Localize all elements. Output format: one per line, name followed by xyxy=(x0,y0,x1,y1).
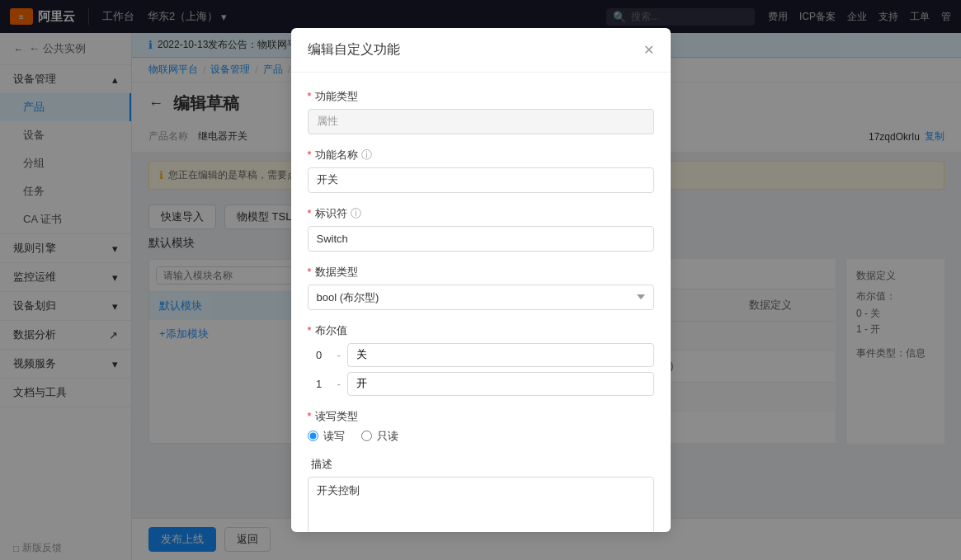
bool-values-group: 0 - 1 - xyxy=(308,343,654,396)
bool-values-label: 布尔值 xyxy=(308,323,654,338)
radio-rw-input[interactable] xyxy=(308,431,318,441)
identifier-label: 标识符 ⓘ xyxy=(308,206,654,221)
bool-row-0: 0 - xyxy=(308,343,654,367)
radio-readonly[interactable]: 只读 xyxy=(361,429,398,444)
form-item-identifier: 标识符 ⓘ xyxy=(308,206,654,252)
function-type-input xyxy=(308,109,654,134)
identifier-input[interactable] xyxy=(308,226,654,252)
data-type-select[interactable]: bool (布尔型) int32 float double enum text … xyxy=(308,285,654,310)
form-item-bool-values: 布尔值 0 - 1 - xyxy=(308,323,654,396)
form-item-rw-type: 读写类型 读写 只读 xyxy=(308,409,654,444)
dialog-close-button[interactable]: ✕ xyxy=(643,42,654,58)
edit-feature-dialog: 编辑自定义功能 ✕ 功能类型 功能名称 ⓘ 标识符 ⓘ xyxy=(291,28,671,532)
form-item-data-type: 数据类型 bool (布尔型) int32 float double enum … xyxy=(308,265,654,310)
rw-type-label: 读写类型 xyxy=(308,409,654,424)
data-type-label: 数据类型 xyxy=(308,265,654,280)
form-item-function-name: 功能名称 ⓘ xyxy=(308,148,654,193)
function-name-label: 功能名称 ⓘ xyxy=(308,148,654,162)
dialog-header: 编辑自定义功能 ✕ xyxy=(291,28,671,73)
dialog-body: 功能类型 功能名称 ⓘ 标识符 ⓘ 数据类型 xyxy=(291,73,671,532)
identifier-help-icon: ⓘ xyxy=(351,206,361,221)
radio-readonly-input[interactable] xyxy=(361,431,372,441)
function-name-help-icon: ⓘ xyxy=(361,148,372,162)
function-name-input[interactable] xyxy=(308,167,654,193)
description-label: 描述 xyxy=(308,457,654,472)
bool-index-1: 1 xyxy=(308,378,331,390)
bool-input-0[interactable] xyxy=(347,343,654,367)
bool-input-1[interactable] xyxy=(347,372,654,396)
description-textarea[interactable]: 开关控制 xyxy=(308,477,654,532)
form-item-function-type: 功能类型 xyxy=(308,89,654,134)
bool-index-0: 0 xyxy=(308,349,331,361)
bool-row-1: 1 - xyxy=(308,372,654,396)
rw-type-radio-group: 读写 只读 xyxy=(308,429,654,444)
dialog-title: 编辑自定义功能 xyxy=(308,41,400,59)
function-type-label: 功能类型 xyxy=(308,89,654,104)
radio-rw[interactable]: 读写 xyxy=(308,429,345,444)
dialog-overlay: 编辑自定义功能 ✕ 功能类型 功能名称 ⓘ 标识符 ⓘ xyxy=(0,0,961,560)
form-item-description: 描述 开关控制 4/100 xyxy=(308,457,654,532)
